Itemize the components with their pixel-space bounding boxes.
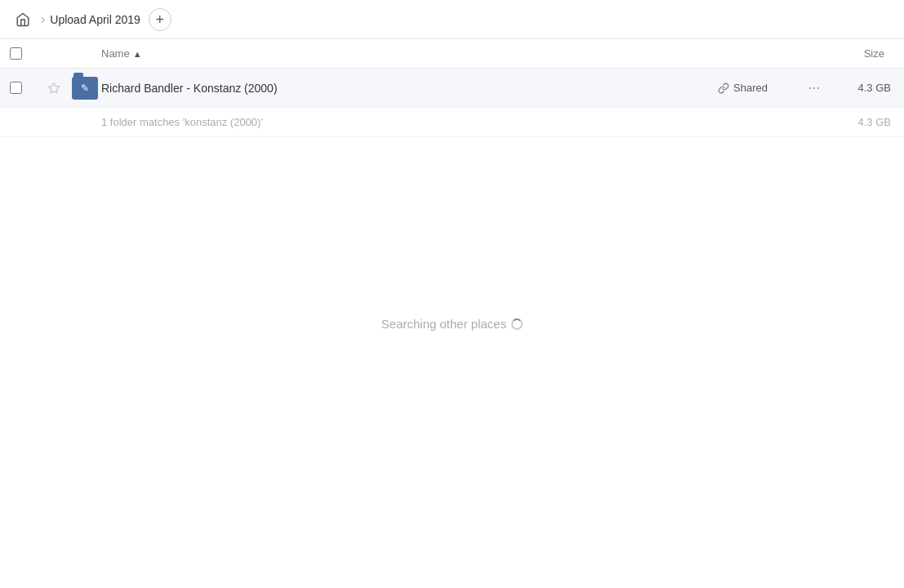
- row-checkbox-col: [10, 82, 39, 94]
- row-actions-button[interactable]: ···: [799, 79, 829, 96]
- shared-badge: Shared: [718, 82, 799, 94]
- name-column-header[interactable]: Name ▲: [101, 47, 813, 60]
- breadcrumb-item[interactable]: Upload April 2019: [50, 13, 140, 26]
- result-info-row: 1 folder matches 'konstanz (2000)' 4.3 G…: [0, 108, 904, 137]
- name-column-label: Name: [101, 47, 130, 60]
- row-checkbox[interactable]: [10, 82, 22, 94]
- folder-icon-col: ✎: [69, 77, 101, 100]
- home-button[interactable]: [10, 7, 36, 33]
- folder-row[interactable]: ✎ Richard Bandler - Konstanz (2000) Shar…: [0, 69, 904, 108]
- link-icon: [718, 82, 729, 94]
- folder-pencil-icon: ✎: [81, 82, 89, 94]
- folder-name[interactable]: Richard Bandler - Konstanz (2000): [101, 82, 718, 95]
- size-column-header[interactable]: Size: [813, 47, 894, 60]
- breadcrumb-bar: › Upload April 2019 +: [0, 0, 904, 39]
- searching-spinner: [511, 318, 523, 330]
- row-star[interactable]: [39, 82, 69, 95]
- select-all-checkbox[interactable]: [10, 47, 22, 60]
- add-button[interactable]: +: [149, 8, 171, 31]
- breadcrumb-separator: ›: [41, 12, 45, 27]
- column-headers: Name ▲ Size: [0, 39, 904, 69]
- folder-size: 4.3 GB: [829, 82, 894, 94]
- result-info-text: 1 folder matches 'konstanz (2000)': [101, 116, 858, 128]
- sort-indicator: ▲: [133, 49, 142, 59]
- shared-label: Shared: [733, 82, 768, 94]
- searching-area: Searching other places: [0, 317, 904, 331]
- result-info-size: 4.3 GB: [858, 116, 894, 128]
- folder-icon: ✎: [72, 77, 98, 100]
- header-checkbox-col: [10, 47, 39, 60]
- searching-text: Searching other places: [381, 317, 506, 331]
- svg-marker-0: [48, 82, 59, 93]
